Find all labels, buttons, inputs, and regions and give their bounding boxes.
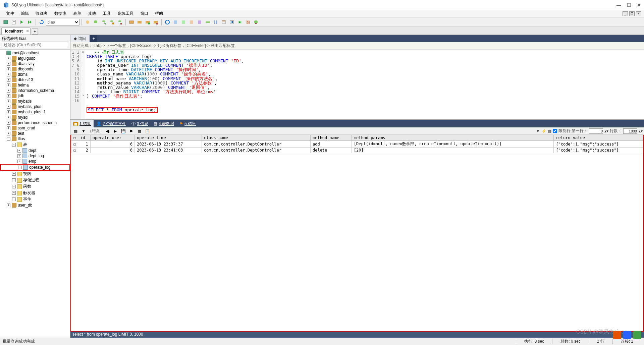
tool-icon-13[interactable] [188,18,195,26]
result-tab-5[interactable]: ⚑5 信息 [177,120,199,128]
result-tab-2[interactable]: 👤2 个配置文件 [94,120,129,128]
tool-icon-15[interactable] [204,18,211,26]
result-tool-icon[interactable]: ✖ [127,127,135,135]
tree-toggle-icon[interactable]: - [12,143,16,147]
tree-toggle-icon[interactable]: + [7,94,10,98]
limit-rows-input[interactable] [623,128,637,134]
tree-toggle-icon[interactable]: + [12,191,16,195]
mdi-close-button[interactable]: × [636,11,641,16]
tool-icon-7[interactable] [136,18,143,26]
tree-toggle-icon[interactable]: + [12,178,16,182]
limit-checkbox[interactable] [553,129,557,133]
tree-toggle-icon[interactable]: + [7,121,10,125]
table-row[interactable]: ☐162023-06-13 23:37:37com.cn.controller.… [71,141,643,148]
tree-toggle-icon[interactable]: + [12,197,16,201]
tree-node[interactable]: +test [0,131,70,136]
tree-node[interactable]: -tlias [0,136,70,141]
tree-node[interactable]: +视图 [0,171,70,177]
tree-toggle-icon[interactable]: + [7,78,10,82]
funnel-icon[interactable]: ▼ [536,129,540,133]
grid-header-checkbox[interactable]: ☐ [71,135,78,141]
tree-node[interactable]: +函数 [0,183,70,190]
tree-node[interactable]: +dbactivity [0,61,70,66]
result-tool-icon[interactable]: ▦ [72,127,79,135]
tool-icon-12[interactable] [180,18,187,26]
menu-database[interactable]: 数据库 [51,10,70,17]
connection-tab[interactable]: localhost ✕ [1,27,31,35]
close-button[interactable]: ✕ [637,3,641,7]
tree-toggle-icon[interactable]: + [12,172,16,176]
tree-node[interactable]: +dbms [0,72,70,77]
tree-toggle-icon[interactable]: + [7,73,10,76]
tree-node[interactable]: +dbtest13 [0,77,70,82]
tree-node[interactable]: +事件 [0,196,70,203]
tool-icon-9[interactable] [152,18,159,26]
result-tool-icon[interactable]: ◀ [103,127,111,135]
tool-icon-2[interactable] [92,18,99,26]
tree-node[interactable]: +mysql [0,115,70,120]
tool-icon-1[interactable] [84,18,91,26]
menu-help[interactable]: 帮助 [152,10,166,17]
tree-toggle-icon[interactable]: + [17,160,21,163]
grid-column-header[interactable]: class_name [202,135,310,141]
minimize-button[interactable]: — [616,3,621,7]
tree-node[interactable]: +dept_log [0,153,70,159]
menu-advanced[interactable]: 高级工具 [114,10,137,17]
result-tool-icon[interactable]: ▼ [80,127,87,135]
mdi-restore-button[interactable]: ❐ [629,11,635,16]
menu-tools[interactable]: 工具 [99,10,114,17]
menu-window[interactable]: 窗口 [137,10,152,17]
filter-icon[interactable]: ⚡ [541,129,546,133]
tree-node[interactable]: +atguigudb [0,56,70,61]
menu-edit[interactable]: 编辑 [17,10,32,17]
grid-column-header[interactable]: operate_user [90,135,135,141]
limit-first-input[interactable] [589,128,603,134]
execute-query-icon[interactable] [18,18,25,26]
tool-icon-14[interactable] [196,18,203,26]
tree-node[interactable]: +jtdb [0,93,70,99]
tool-icon-20[interactable]: 31 [244,18,252,26]
tool-icon-11[interactable] [172,18,179,26]
tree-toggle-icon[interactable]: + [7,116,10,119]
tree-toggle-icon[interactable]: + [7,204,10,207]
tree-toggle-icon[interactable]: + [7,67,10,71]
tree-node[interactable]: +存储过程 [0,177,70,183]
tool-icon-10[interactable] [164,18,171,26]
tool-icon-4[interactable] [108,18,115,26]
tool-icon-5[interactable] [116,18,123,26]
maximize-button[interactable]: ☐ [627,3,631,7]
refresh-icon[interactable] [38,18,45,26]
tree-node[interactable]: +触发器 [0,190,70,196]
tree-toggle-icon[interactable]: + [12,185,16,188]
tree-node[interactable]: +performance_schema [0,120,70,125]
tree-node[interactable]: -表 [0,141,70,148]
tree-toggle-icon[interactable]: + [7,62,10,66]
tree-node[interactable]: +ssm_crud [0,125,70,131]
tree-toggle-icon[interactable]: + [7,132,10,135]
result-tool-icon[interactable]: 💾 [119,127,127,135]
result-tool-icon[interactable]: 📋 [144,127,151,135]
add-connection-tab-button[interactable]: + [32,28,38,35]
tree-toggle-icon[interactable]: + [7,83,10,87]
tool-icon-21[interactable] [252,18,260,26]
grid-icon[interactable]: ▦ [548,129,551,133]
tree-toggle-icon[interactable]: + [7,89,10,93]
tree-node[interactable]: +emp [0,159,70,164]
tree-node[interactable]: +user_db [0,203,70,208]
sql-editor[interactable]: 1 2 3 4 5 6 7 8 9 10 11 12 13 14 15 16 ⊟… [70,50,644,120]
tool-icon-17[interactable] [220,18,227,26]
editor-body[interactable]: -- 操作日志表 CREATE TABLE operate_log( id IN… [85,50,644,119]
grid-column-header[interactable]: method_params [352,135,553,141]
result-tab-4[interactable]: ▦4 表数据 [151,120,177,128]
tree-toggle-icon[interactable]: + [17,149,21,153]
tree-node[interactable]: +mybatis_plus [0,104,70,109]
result-tab-1[interactable]: ▦1 结果 [70,120,94,128]
result-tool-icon[interactable]: ▶ [111,127,119,135]
grid-column-header[interactable]: method_name [310,135,352,141]
tree-toggle-icon[interactable]: + [7,57,10,60]
database-selector[interactable]: tlias [46,19,79,25]
tree-toggle-icon[interactable]: + [7,110,10,114]
filter-input[interactable] [2,42,68,48]
new-query-icon[interactable] [10,18,17,26]
tab-close-icon[interactable]: ✕ [26,29,29,33]
